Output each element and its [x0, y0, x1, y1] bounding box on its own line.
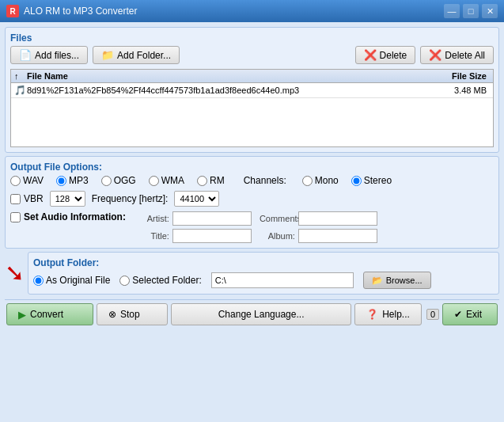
add-files-icon: 📄: [19, 49, 32, 61]
add-folder-icon: 📁: [101, 49, 114, 61]
title-bar-left: R ALO RM to MP3 Converter: [6, 5, 137, 17]
minimize-button[interactable]: —: [444, 4, 460, 18]
artist-row: Artist:: [134, 211, 252, 226]
wma-radio-label[interactable]: WMA: [149, 175, 184, 186]
close-button[interactable]: ✕: [482, 4, 498, 18]
comments-row: Comments:: [260, 211, 377, 226]
comments-input[interactable]: [298, 211, 377, 226]
files-table-header: ↑ File Name File Size: [11, 70, 493, 83]
file-icon: 🎵: [14, 85, 27, 96]
browse-button[interactable]: 📂 Browse...: [363, 272, 431, 289]
file-name: 8d91%2F131a%2Fb854%2Ff44ccff447573fb1a1a…: [27, 86, 426, 95]
title-row: Title:: [134, 229, 252, 243]
artist-input[interactable]: [172, 211, 252, 226]
title-input[interactable]: [172, 229, 252, 243]
add-files-button[interactable]: 📄 Add files...: [10, 46, 88, 64]
freq-select[interactable]: 8000 11025 16000 22050 32000 44100 48000: [174, 191, 219, 207]
set-audio-checkbox[interactable]: [10, 212, 21, 222]
vbr-checkbox[interactable]: [10, 194, 21, 204]
stereo-radio[interactable]: [351, 176, 362, 186]
main-content: Files 📄 Add files... 📁 Add Folder... ❌ D…: [0, 22, 504, 422]
output-options-header: Output File Options:: [10, 162, 494, 173]
delete-icon: ❌: [364, 49, 377, 61]
album-input[interactable]: [298, 229, 377, 243]
ogg-radio[interactable]: [101, 176, 112, 186]
mp3-radio-label[interactable]: MP3: [56, 175, 89, 186]
maximize-button[interactable]: □: [463, 4, 479, 18]
window-title: ALO RM to MP3 Converter: [24, 6, 137, 17]
exit-label: Exit: [466, 309, 482, 320]
stop-icon: ⊗: [108, 309, 116, 320]
help-icon: ❓: [366, 309, 378, 320]
as-original-radio[interactable]: [33, 276, 44, 286]
rm-radio[interactable]: [197, 176, 207, 186]
bottom-bar: ▶ Convert ⊗ Stop Change Language... ❓ He…: [5, 299, 499, 327]
wav-radio[interactable]: [10, 176, 21, 186]
change-language-button[interactable]: Change Language...: [171, 303, 351, 325]
play-icon: ▶: [18, 309, 26, 321]
selected-folder-radio[interactable]: [119, 276, 130, 286]
help-button[interactable]: ❓ Help...: [354, 303, 422, 325]
ogg-radio-label[interactable]: OGG: [101, 175, 136, 186]
output-folder-section: Output Folder: As Original File Selected…: [28, 252, 499, 295]
wav-radio-label[interactable]: WAV: [10, 175, 44, 186]
wma-label: WMA: [161, 175, 184, 186]
field-group-left: Artist: Title:: [134, 211, 252, 243]
delete-button[interactable]: ❌ Delete: [355, 46, 416, 64]
browse-icon: 📂: [372, 276, 383, 286]
exit-icon: ✔: [454, 309, 462, 320]
file-size: 3.48 MB: [426, 86, 490, 95]
freq-label: Frequency [hertz]:: [92, 193, 169, 204]
sort-icon: ↑: [14, 71, 27, 81]
stereo-label: Stereo: [364, 175, 392, 186]
title-controls: — □ ✕: [444, 4, 498, 18]
album-label: Album:: [260, 231, 295, 241]
rm-label: RM: [210, 175, 225, 186]
as-original-label: As Original File: [46, 275, 110, 286]
add-folder-label: Add Folder...: [117, 50, 171, 61]
title-label: Title:: [134, 231, 169, 241]
set-audio-checkbox-label[interactable]: Set Audio Information:: [10, 211, 126, 222]
set-audio-section: Set Audio Information: Artist: Title: Co…: [10, 211, 494, 243]
bitrate-select[interactable]: 64 96 128 192 256 320: [50, 191, 85, 207]
rm-radio-label[interactable]: RM: [197, 175, 225, 186]
wav-label: WAV: [23, 175, 44, 186]
channels-label: Channels:: [244, 175, 286, 186]
delete-all-icon: ❌: [429, 49, 441, 61]
col-filesize-header: File Size: [426, 71, 490, 81]
arrow-wrapper: ➘: [5, 252, 25, 285]
files-table-body[interactable]: 🎵 8d91%2F131a%2Fb854%2Ff44ccff447573fb1a…: [11, 83, 493, 146]
delete-label: Delete: [380, 50, 407, 61]
selected-folder-radio-label[interactable]: Selected Folder:: [119, 275, 201, 286]
vbr-label: VBR: [24, 193, 44, 204]
folder-row: As Original File Selected Folder: 📂 Brow…: [33, 272, 494, 289]
delete-all-label: Delete All: [445, 50, 485, 61]
stereo-radio-label[interactable]: Stereo: [351, 175, 392, 186]
wma-radio[interactable]: [149, 176, 159, 186]
delete-all-button[interactable]: ❌ Delete All: [420, 46, 494, 64]
vbr-checkbox-label[interactable]: VBR: [10, 193, 44, 204]
selected-folder-label: Selected Folder:: [132, 275, 201, 286]
convert-button[interactable]: ▶ Convert: [6, 303, 93, 325]
app-icon: R: [6, 5, 19, 17]
stop-button[interactable]: ⊗ Stop: [97, 303, 168, 325]
stop-label: Stop: [120, 309, 140, 320]
set-audio-label: Set Audio Information:: [24, 211, 126, 222]
as-original-radio-label[interactable]: As Original File: [33, 275, 110, 286]
table-row[interactable]: 🎵 8d91%2F131a%2Fb854%2Ff44ccff447573fb1a…: [11, 83, 493, 98]
mono-radio-label[interactable]: Mono: [302, 175, 339, 186]
convert-label: Convert: [30, 309, 63, 320]
folder-path-input[interactable]: [211, 272, 354, 288]
files-header: Files: [10, 32, 494, 44]
mp3-radio[interactable]: [56, 176, 66, 186]
mono-radio[interactable]: [302, 176, 313, 186]
change-language-label: Change Language...: [218, 309, 305, 320]
add-folder-button[interactable]: 📁 Add Folder...: [93, 46, 180, 64]
browse-label: Browse...: [386, 276, 423, 285]
exit-button[interactable]: ✔ Exit: [442, 303, 498, 325]
album-row: Album:: [260, 229, 377, 243]
add-files-label: Add files...: [35, 50, 79, 61]
bitrate-row: VBR 64 96 128 192 256 320 Frequency [her…: [10, 191, 494, 207]
badge: 0: [426, 309, 439, 320]
comments-label: Comments:: [260, 214, 295, 223]
